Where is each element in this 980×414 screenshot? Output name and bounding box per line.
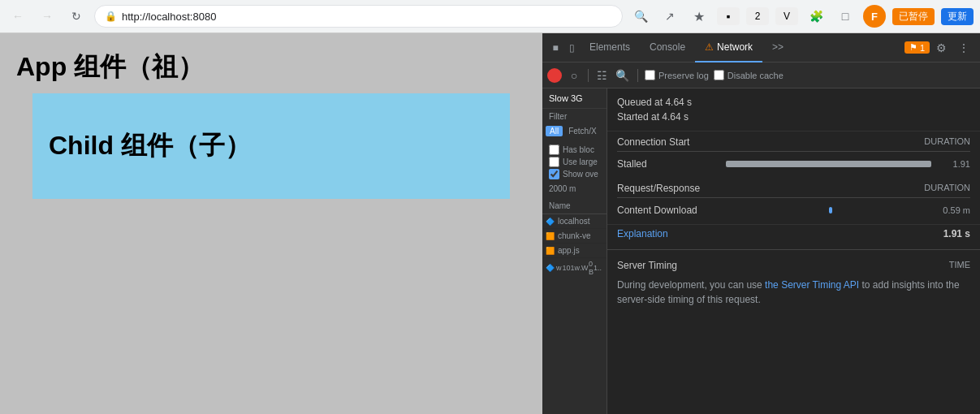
server-timing-label: Server Timing xyxy=(617,260,677,271)
name-list-header: Name xyxy=(542,198,607,214)
timeline-ms: 2000 m xyxy=(549,184,576,193)
record-button[interactable] xyxy=(547,68,562,83)
ws-type: web... xyxy=(574,264,581,272)
server-timing-section: Server Timing TIME During development, y… xyxy=(607,249,980,313)
share-button[interactable]: ↗ xyxy=(658,5,681,28)
profile-button[interactable]: F xyxy=(863,5,886,28)
list-item[interactable]: 🟧 app.js xyxy=(542,244,607,258)
request-response-header: Request/Response DURATION xyxy=(617,183,970,198)
total-duration: 1.91 s xyxy=(943,228,970,239)
list-item[interactable]: 🔷 localhost xyxy=(542,214,607,229)
list-item[interactable]: 🔷 ws 101 web... WebSo... 0 B 1.. xyxy=(542,258,607,278)
devtools-menu-button[interactable]: ⋮ xyxy=(952,37,975,59)
address-bar[interactable]: 🔒 http://localhost:8080 xyxy=(94,5,623,28)
search-icon-button[interactable]: 🔍 xyxy=(614,69,631,82)
throttle-item[interactable]: Slow 3G xyxy=(542,88,607,109)
connection-start-section: Connection Start DURATION Stalled 1.91 xyxy=(607,132,980,178)
queued-info: Queued at 4.64 s xyxy=(617,95,970,110)
filter-icon-button[interactable]: ☷ xyxy=(595,69,609,82)
more-tabs-label: >> xyxy=(772,41,784,53)
content-download-label: Content Download xyxy=(617,205,719,216)
url-display: http://localhost:8080 xyxy=(122,11,612,23)
use-large-label: Use large xyxy=(563,157,598,166)
disable-cache-input[interactable] xyxy=(714,70,724,80)
preserve-log-checkbox[interactable]: Preserve log xyxy=(645,70,709,80)
ws-status: 101 xyxy=(562,264,574,272)
show-overview-checkbox[interactable] xyxy=(549,169,559,179)
ws-subtype: WebSo... xyxy=(581,264,589,272)
window-button[interactable]: □ xyxy=(834,5,857,28)
devtools-panel: ■ ▯ Elements Console ⚠ Network >> ⚑ 1 ⚙ … xyxy=(542,33,980,414)
child-title: Child 组件（子） xyxy=(49,128,251,164)
console-tab-label: Console xyxy=(650,41,685,53)
stalled-duration: 1.91 xyxy=(938,159,970,169)
lock-icon: 🔒 xyxy=(105,11,117,22)
filter-section: Filter xyxy=(542,109,607,124)
extension1-button[interactable]: ▪ xyxy=(717,7,740,25)
disable-cache-checkbox[interactable]: Disable cache xyxy=(714,70,784,80)
server-timing-description: During development, you can use the Serv… xyxy=(617,278,970,307)
browser-toolbar: ← → ↻ 🔒 http://localhost:8080 🔍 ↗ ★ ▪ 2 … xyxy=(0,0,980,32)
content-download-bar-container xyxy=(726,207,931,213)
devtools-settings-button[interactable]: ⚙ xyxy=(930,37,952,59)
tab-more[interactable]: >> xyxy=(762,33,793,63)
main-area: App 组件（祖） Child 组件（子） ■ ▯ Elements Conso… xyxy=(0,33,980,414)
server-timing-time-header: TIME xyxy=(949,260,970,274)
filter-tabs: All Fetch/X xyxy=(542,124,607,138)
stop-button[interactable]: ○ xyxy=(567,68,581,83)
server-timing-header-row: Server Timing TIME xyxy=(617,257,970,278)
network-tab-label: Network xyxy=(717,41,753,53)
server-timing-api-link[interactable]: the Server Timing API xyxy=(765,279,859,291)
devtools-device-toggle[interactable]: ▯ xyxy=(563,40,580,56)
localhost-name: localhost xyxy=(558,217,589,226)
has-block-checkbox[interactable] xyxy=(549,144,559,155)
toolbar-divider xyxy=(588,69,589,82)
child-container: Child 组件（子） xyxy=(32,93,510,199)
extension2-button[interactable]: 2 xyxy=(746,7,769,25)
bookmark-button[interactable]: ★ xyxy=(688,5,710,28)
content-download-bar xyxy=(829,207,832,213)
appjs-name: app.js xyxy=(558,246,580,255)
paused-button[interactable]: 已暂停 xyxy=(892,8,935,25)
app-title: App 组件（祖） xyxy=(16,50,526,85)
filter-tab-all[interactable]: All xyxy=(546,126,563,136)
forward-button[interactable]: → xyxy=(36,5,58,28)
network-content: Slow 3G Filter All Fetch/X Has bloc xyxy=(542,88,980,414)
use-large-checkbox[interactable] xyxy=(549,157,559,167)
tab-elements[interactable]: Elements xyxy=(580,33,640,63)
stalled-bar xyxy=(726,161,931,167)
use-large-option[interactable]: Use large xyxy=(549,157,600,167)
preserve-log-input[interactable] xyxy=(645,70,655,80)
request-response-section: Request/Response DURATION Content Downlo… xyxy=(607,178,980,224)
tab-network[interactable]: ⚠ Network xyxy=(695,33,762,63)
chunk-icon: 🟧 xyxy=(546,232,555,240)
extension3-button[interactable]: V xyxy=(775,7,798,25)
request-duration-header: DURATION xyxy=(924,183,970,194)
back-button[interactable]: ← xyxy=(6,5,29,28)
elements-tab-label: Elements xyxy=(589,41,630,53)
devtools-undock[interactable]: ■ xyxy=(547,40,563,56)
zoom-button[interactable]: 🔍 xyxy=(629,5,652,28)
network-tab-icon: ⚠ xyxy=(705,41,714,53)
chunk-name: chunk-ve xyxy=(558,231,591,240)
filter-tab-fetch[interactable]: Fetch/X xyxy=(564,126,600,136)
content-download-duration: 0.59 m xyxy=(938,205,970,215)
tab-console[interactable]: Console xyxy=(640,33,695,63)
extensions-button[interactable]: 🧩 xyxy=(805,5,827,28)
update-button[interactable]: 更新 xyxy=(941,8,974,25)
ws-name: ws xyxy=(556,264,562,272)
has-block-label: Has bloc xyxy=(563,145,594,154)
connection-start-label: Connection Start xyxy=(617,136,689,148)
list-item[interactable]: 🟧 chunk-ve xyxy=(542,229,607,244)
notification-count: 1 xyxy=(920,43,925,53)
explanation-link[interactable]: Explanation xyxy=(617,228,668,239)
has-block-option[interactable]: Has bloc xyxy=(549,144,600,155)
show-overview-option[interactable]: Show ove xyxy=(549,169,600,179)
reload-button[interactable]: ↻ xyxy=(65,5,88,28)
appjs-icon: 🟧 xyxy=(546,247,555,255)
show-overview-label: Show ove xyxy=(563,170,598,179)
request-response-label: Request/Response xyxy=(617,183,700,194)
network-sidebar: Slow 3G Filter All Fetch/X Has bloc xyxy=(542,88,607,414)
timeline-value: 2000 m xyxy=(542,183,607,195)
disable-cache-label: Disable cache xyxy=(727,71,784,80)
